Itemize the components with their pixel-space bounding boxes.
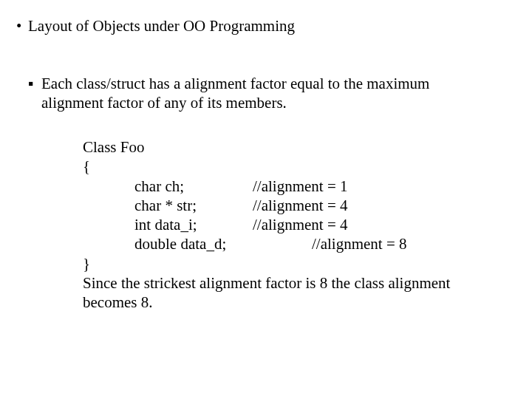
- code-comment: //alignment = 4: [253, 196, 348, 215]
- code-line: {: [83, 157, 480, 176]
- code-note: Since the strickest alignment factor is …: [83, 273, 480, 313]
- code-decl: char ch;: [134, 177, 253, 196]
- code-comment: //alignment = 4: [253, 215, 348, 234]
- code-indent: [83, 234, 134, 253]
- code-line: Class Foo: [83, 137, 480, 157]
- code-comment: //alignment = 8: [312, 234, 407, 253]
- code-indent: [83, 196, 134, 215]
- code-decl: char * str;: [134, 196, 253, 215]
- sub-bullet-text: Each class/struct has a alignment factor…: [41, 74, 479, 113]
- code-decl: double data_d;: [134, 234, 312, 253]
- bullet-dot-icon: •: [16, 16, 28, 35]
- code-member-row: int data_i; //alignment = 4: [83, 215, 480, 234]
- sub-bullet: ▪Each class/struct has a alignment facto…: [28, 74, 480, 113]
- code-member-row: char ch; //alignment = 1: [83, 177, 480, 196]
- slide: •Layout of Objects under OO Programming …: [0, 0, 532, 399]
- code-decl: int data_i;: [134, 215, 253, 234]
- code-member-row: char * str; //alignment = 4: [83, 196, 480, 215]
- code-line: }: [83, 254, 480, 273]
- main-bullet: •Layout of Objects under OO Programming: [16, 16, 502, 35]
- code-comment: //alignment = 1: [253, 177, 348, 196]
- main-bullet-text: Layout of Objects under OO Programming: [28, 17, 295, 35]
- code-block: Class Foo { char ch; //alignment = 1 cha…: [83, 137, 480, 312]
- code-member-row: double data_d; //alignment = 8: [83, 234, 480, 253]
- code-indent: [83, 177, 134, 196]
- bullet-square-icon: ▪: [28, 74, 41, 93]
- code-indent: [83, 215, 134, 234]
